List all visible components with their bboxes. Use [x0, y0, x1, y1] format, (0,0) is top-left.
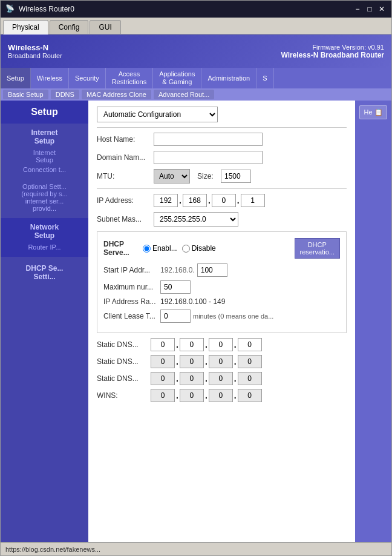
dns3-oct4[interactable] — [238, 372, 262, 385]
nav-administration[interactable]: Administration — [201, 68, 256, 88]
nav-setup[interactable]: Setup — [1, 68, 31, 88]
config-select[interactable]: Automatic Configuration Static IP PPPoE … — [97, 107, 218, 122]
dns1-row: Static DNS... . . . — [97, 338, 347, 351]
dns3-inputs: . . . — [151, 372, 262, 385]
lease-input[interactable] — [160, 309, 191, 323]
nav-access[interactable]: AccessRestrictions — [106, 68, 153, 88]
status-text: https://blog.csdn.net/fakenews... — [5, 546, 100, 553]
nav-status[interactable]: S — [256, 68, 273, 88]
domain-name-input[interactable] — [154, 151, 263, 164]
ip-oct1[interactable] — [154, 194, 178, 207]
wins-oct2[interactable] — [180, 389, 204, 402]
tab-gui[interactable]: GUI — [90, 20, 120, 34]
firmware-version: Firmware Version: v0.91 — [281, 44, 384, 51]
ip-oct4[interactable] — [241, 194, 265, 207]
dns3-dot3: . — [234, 374, 237, 383]
dns1-oct4[interactable] — [238, 338, 262, 351]
router-ui: Wireless-N Broadband Router Firmware Ver… — [1, 35, 391, 542]
mtu-label: MTU: — [97, 172, 151, 180]
minimize-button[interactable]: − — [353, 4, 362, 14]
dns2-oct1[interactable] — [151, 355, 175, 368]
nav-applications[interactable]: Applications& Gaming — [153, 68, 201, 88]
sidebar: Setup InternetSetup InternetSetup Connec… — [1, 101, 88, 542]
help-button[interactable]: He 📋 — [359, 105, 387, 119]
dns2-row: Static DNS... . . . — [97, 355, 347, 368]
dns3-oct2[interactable] — [180, 372, 204, 385]
subnet-mask-select[interactable]: 255.255.255.0 255.255.0.0 255.0.0.0 — [154, 212, 238, 227]
dhcp-server-label: DHCPServe... — [103, 240, 137, 257]
nav-security[interactable]: Security — [69, 68, 106, 88]
wins-oct3[interactable] — [209, 389, 233, 402]
sub-nav-ddns[interactable]: DDNS — [51, 90, 79, 99]
maximize-button[interactable]: □ — [365, 4, 374, 14]
dns3-dot2: . — [205, 374, 207, 383]
dns1-oct1[interactable] — [151, 338, 175, 351]
dhcp-enable-option[interactable]: Enabl... — [143, 244, 177, 253]
tab-config[interactable]: Config — [50, 20, 89, 34]
client-lease-label: Client Lease T... — [103, 312, 158, 320]
dns1-label: Static DNS... — [97, 340, 148, 349]
subnet-mask-label: Subnet Mas... — [97, 215, 151, 223]
subnet-mask-row: Subnet Mas... 255.255.255.0 255.255.0.0 … — [97, 212, 347, 227]
dhcp-disable-option[interactable]: Disable — [182, 244, 216, 253]
sidebar-internet-section: InternetSetup InternetSetup Connection t… — [1, 124, 88, 179]
client-lease-row: Client Lease T... minutes (0 means one d… — [103, 309, 340, 323]
router-header: Wireless-N Broadband Router Firmware Ver… — [1, 35, 391, 68]
host-name-row: Host Name: — [97, 133, 347, 146]
dns1-oct2[interactable] — [180, 338, 204, 351]
brand-line1: Wireless-N — [8, 43, 62, 52]
wins-dot1: . — [176, 391, 178, 400]
dns3-oct1[interactable] — [151, 372, 175, 385]
router-brand: Wireless-N Broadband Router — [8, 43, 62, 59]
ip-range-value: 192.168.0.100 - 149 — [160, 297, 225, 306]
ip-oct2[interactable] — [183, 194, 207, 207]
dhcp-reservation-button[interactable]: DHCPreservatio... — [295, 238, 340, 259]
size-input[interactable] — [221, 170, 251, 183]
mtu-select[interactable]: Auto Manual — [154, 169, 190, 184]
wins-dot3: . — [234, 391, 237, 400]
dns1-oct3[interactable] — [209, 338, 233, 351]
dns3-oct3[interactable] — [209, 372, 233, 385]
dhcp-server-row: DHCPServe... Enabl... Disable DHCPre — [103, 238, 340, 259]
dns1-dot1: . — [176, 340, 178, 349]
start-ip-input[interactable] — [197, 263, 227, 277]
sidebar-link-connection[interactable]: Connection t... — [5, 165, 83, 174]
window-title: Wireless Router0 — [19, 5, 353, 13]
mtu-row: MTU: Auto Manual Size: — [97, 169, 347, 184]
config-select-row: Automatic Configuration Static IP PPPoE … — [97, 107, 347, 122]
dhcp-enable-radio[interactable] — [143, 245, 151, 253]
max-num-input[interactable] — [160, 280, 191, 294]
sidebar-link-router-ip[interactable]: Router IP... — [5, 242, 83, 252]
sub-nav-mac-clone[interactable]: MAC Address Clone — [82, 90, 151, 99]
sub-nav-basic-setup[interactable]: Basic Setup — [3, 90, 48, 99]
dns2-oct4[interactable] — [238, 355, 262, 368]
sub-nav: Basic Setup DDNS MAC Address Clone Advan… — [1, 88, 391, 101]
divider-1 — [97, 127, 347, 128]
start-ip-row: Start IP Addr... 192.168.0. — [103, 263, 340, 277]
dhcp-disable-radio[interactable] — [182, 245, 190, 253]
dns1-inputs: . . . — [151, 338, 262, 351]
ip-oct3[interactable] — [212, 194, 236, 207]
wins-oct4[interactable] — [238, 389, 262, 402]
nav-wireless[interactable]: Wireless — [31, 68, 69, 88]
wins-label: WINS: — [97, 391, 148, 400]
tab-physical[interactable]: Physical — [3, 20, 48, 35]
ip-dot2: . — [208, 196, 211, 205]
sidebar-link-internet-setup[interactable]: InternetSetup — [5, 148, 83, 165]
host-name-input[interactable] — [154, 133, 263, 146]
divider-2 — [97, 188, 347, 189]
sidebar-optional-text: Optional Sett...(required by s...interne… — [1, 179, 88, 216]
brand-line2: Broadband Router — [8, 52, 62, 59]
ip-address-row: IP Address: . . . — [97, 194, 347, 207]
max-num-label: Maximum nur... — [103, 283, 158, 291]
wins-dot2: . — [205, 391, 207, 400]
wins-oct1[interactable] — [151, 389, 175, 402]
dhcp-box: DHCPServe... Enabl... Disable DHCPre — [97, 231, 347, 333]
sub-nav-advanced[interactable]: Advanced Rout... — [154, 90, 214, 99]
dns2-oct3[interactable] — [209, 355, 233, 368]
start-ip-label: Start IP Addr... — [103, 266, 158, 274]
dns2-oct2[interactable] — [180, 355, 204, 368]
close-button[interactable]: ✕ — [377, 4, 387, 14]
dns3-dot1: . — [176, 374, 178, 383]
wins-row: WINS: . . . — [97, 389, 347, 402]
